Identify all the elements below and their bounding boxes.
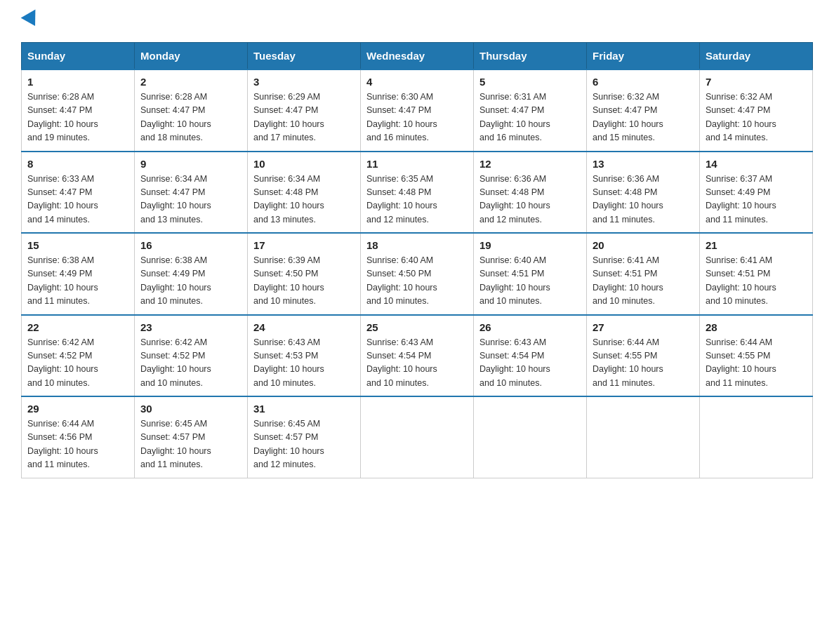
day-info: Sunrise: 6:39 AMSunset: 4:50 PMDaylight:… — [253, 254, 355, 309]
calendar-cell: 19 Sunrise: 6:40 AMSunset: 4:51 PMDaylig… — [474, 233, 587, 315]
day-info: Sunrise: 6:30 AMSunset: 4:47 PMDaylight:… — [366, 90, 468, 145]
calendar-cell: 28 Sunrise: 6:44 AMSunset: 4:55 PMDaylig… — [700, 315, 813, 397]
day-number: 15 — [27, 239, 128, 251]
day-info: Sunrise: 6:28 AMSunset: 4:47 PMDaylight:… — [27, 90, 128, 145]
calendar-cell — [474, 396, 587, 478]
calendar-cell: 7 Sunrise: 6:32 AMSunset: 4:47 PMDayligh… — [700, 69, 813, 152]
day-number: 21 — [706, 239, 807, 251]
calendar-cell: 4 Sunrise: 6:30 AMSunset: 4:47 PMDayligh… — [361, 69, 474, 152]
day-number: 3 — [253, 76, 355, 88]
day-number: 24 — [253, 321, 355, 333]
calendar-cell — [700, 396, 813, 478]
calendar-cell: 24 Sunrise: 6:43 AMSunset: 4:53 PMDaylig… — [248, 315, 361, 397]
day-info: Sunrise: 6:41 AMSunset: 4:51 PMDaylight:… — [706, 254, 807, 309]
logo — [21, 14, 41, 28]
day-number: 19 — [479, 239, 581, 251]
calendar-cell: 16 Sunrise: 6:38 AMSunset: 4:49 PMDaylig… — [135, 233, 248, 315]
day-number: 26 — [479, 321, 581, 333]
day-info: Sunrise: 6:37 AMSunset: 4:49 PMDaylight:… — [706, 173, 807, 227]
day-number: 25 — [366, 321, 468, 333]
calendar-week-row: 1 Sunrise: 6:28 AMSunset: 4:47 PMDayligh… — [22, 69, 813, 152]
day-number: 17 — [253, 239, 355, 251]
calendar-cell: 15 Sunrise: 6:38 AMSunset: 4:49 PMDaylig… — [22, 233, 135, 315]
day-number: 13 — [593, 158, 694, 170]
calendar-cell: 13 Sunrise: 6:36 AMSunset: 4:48 PMDaylig… — [587, 152, 700, 234]
day-number: 4 — [366, 76, 468, 88]
day-info: Sunrise: 6:31 AMSunset: 4:47 PMDaylight:… — [479, 90, 581, 145]
header-thursday: Thursday — [474, 43, 587, 70]
calendar-table: SundayMondayTuesdayWednesdayThursdayFrid… — [21, 42, 813, 478]
calendar-cell: 31 Sunrise: 6:45 AMSunset: 4:57 PMDaylig… — [248, 396, 361, 478]
day-number: 30 — [140, 403, 241, 415]
day-info: Sunrise: 6:40 AMSunset: 4:50 PMDaylight:… — [366, 254, 468, 309]
day-info: Sunrise: 6:44 AMSunset: 4:55 PMDaylight:… — [706, 336, 807, 391]
day-info: Sunrise: 6:38 AMSunset: 4:49 PMDaylight:… — [140, 254, 241, 309]
day-number: 20 — [593, 239, 694, 251]
calendar-cell: 26 Sunrise: 6:43 AMSunset: 4:54 PMDaylig… — [474, 315, 587, 397]
calendar-cell: 3 Sunrise: 6:29 AMSunset: 4:47 PMDayligh… — [248, 69, 361, 152]
day-info: Sunrise: 6:45 AMSunset: 4:57 PMDaylight:… — [140, 417, 241, 472]
day-number: 10 — [253, 158, 355, 170]
day-number: 9 — [140, 158, 241, 170]
day-info: Sunrise: 6:36 AMSunset: 4:48 PMDaylight:… — [479, 173, 581, 227]
day-info: Sunrise: 6:43 AMSunset: 4:53 PMDaylight:… — [253, 336, 355, 391]
day-info: Sunrise: 6:29 AMSunset: 4:47 PMDaylight:… — [253, 90, 355, 145]
day-number: 27 — [593, 321, 694, 333]
day-number: 6 — [593, 76, 694, 88]
day-number: 31 — [253, 403, 355, 415]
day-info: Sunrise: 6:42 AMSunset: 4:52 PMDaylight:… — [27, 336, 128, 391]
calendar-cell: 17 Sunrise: 6:39 AMSunset: 4:50 PMDaylig… — [248, 233, 361, 315]
day-info: Sunrise: 6:35 AMSunset: 4:48 PMDaylight:… — [366, 173, 468, 227]
day-number: 7 — [706, 76, 807, 88]
calendar-cell: 23 Sunrise: 6:42 AMSunset: 4:52 PMDaylig… — [135, 315, 248, 397]
day-number: 5 — [479, 76, 581, 88]
calendar-cell — [361, 396, 474, 478]
calendar-cell: 30 Sunrise: 6:45 AMSunset: 4:57 PMDaylig… — [135, 396, 248, 478]
calendar-cell: 2 Sunrise: 6:28 AMSunset: 4:47 PMDayligh… — [135, 69, 248, 152]
calendar-cell: 20 Sunrise: 6:41 AMSunset: 4:51 PMDaylig… — [587, 233, 700, 315]
day-number: 8 — [27, 158, 128, 170]
day-info: Sunrise: 6:43 AMSunset: 4:54 PMDaylight:… — [479, 336, 581, 391]
day-number: 18 — [366, 239, 468, 251]
day-info: Sunrise: 6:32 AMSunset: 4:47 PMDaylight:… — [593, 90, 694, 145]
header-friday: Friday — [587, 43, 700, 70]
day-info: Sunrise: 6:38 AMSunset: 4:49 PMDaylight:… — [27, 254, 128, 309]
day-info: Sunrise: 6:33 AMSunset: 4:47 PMDaylight:… — [27, 173, 128, 227]
day-info: Sunrise: 6:28 AMSunset: 4:47 PMDaylight:… — [140, 90, 241, 145]
day-number: 12 — [479, 158, 581, 170]
day-number: 14 — [706, 158, 807, 170]
day-number: 2 — [140, 76, 241, 88]
calendar-cell: 14 Sunrise: 6:37 AMSunset: 4:49 PMDaylig… — [700, 152, 813, 234]
calendar-cell: 6 Sunrise: 6:32 AMSunset: 4:47 PMDayligh… — [587, 69, 700, 152]
calendar-cell: 5 Sunrise: 6:31 AMSunset: 4:47 PMDayligh… — [474, 69, 587, 152]
calendar-week-row: 15 Sunrise: 6:38 AMSunset: 4:49 PMDaylig… — [22, 233, 813, 315]
day-info: Sunrise: 6:43 AMSunset: 4:54 PMDaylight:… — [366, 336, 468, 391]
day-info: Sunrise: 6:34 AMSunset: 4:48 PMDaylight:… — [253, 173, 355, 227]
day-number: 16 — [140, 239, 241, 251]
calendar-cell: 25 Sunrise: 6:43 AMSunset: 4:54 PMDaylig… — [361, 315, 474, 397]
day-number: 29 — [27, 403, 128, 415]
day-info: Sunrise: 6:36 AMSunset: 4:48 PMDaylight:… — [593, 173, 694, 227]
day-number: 22 — [27, 321, 128, 333]
calendar-week-row: 29 Sunrise: 6:44 AMSunset: 4:56 PMDaylig… — [22, 396, 813, 478]
day-info: Sunrise: 6:44 AMSunset: 4:55 PMDaylight:… — [593, 336, 694, 391]
header-monday: Monday — [135, 43, 248, 70]
day-number: 11 — [366, 158, 468, 170]
day-number: 28 — [706, 321, 807, 333]
calendar-cell: 22 Sunrise: 6:42 AMSunset: 4:52 PMDaylig… — [22, 315, 135, 397]
calendar-cell: 1 Sunrise: 6:28 AMSunset: 4:47 PMDayligh… — [22, 69, 135, 152]
calendar-cell: 18 Sunrise: 6:40 AMSunset: 4:50 PMDaylig… — [361, 233, 474, 315]
day-info: Sunrise: 6:45 AMSunset: 4:57 PMDaylight:… — [253, 417, 355, 472]
day-info: Sunrise: 6:44 AMSunset: 4:56 PMDaylight:… — [27, 417, 128, 472]
day-info: Sunrise: 6:32 AMSunset: 4:47 PMDaylight:… — [706, 90, 807, 145]
day-number: 23 — [140, 321, 241, 333]
calendar-cell — [587, 396, 700, 478]
calendar-cell: 9 Sunrise: 6:34 AMSunset: 4:47 PMDayligh… — [135, 152, 248, 234]
day-info: Sunrise: 6:42 AMSunset: 4:52 PMDaylight:… — [140, 336, 241, 391]
page-header — [21, 14, 813, 28]
day-info: Sunrise: 6:41 AMSunset: 4:51 PMDaylight:… — [593, 254, 694, 309]
calendar-week-row: 22 Sunrise: 6:42 AMSunset: 4:52 PMDaylig… — [22, 315, 813, 397]
logo-blue-text — [21, 14, 41, 28]
day-info: Sunrise: 6:40 AMSunset: 4:51 PMDaylight:… — [479, 254, 581, 309]
calendar-cell: 8 Sunrise: 6:33 AMSunset: 4:47 PMDayligh… — [22, 152, 135, 234]
